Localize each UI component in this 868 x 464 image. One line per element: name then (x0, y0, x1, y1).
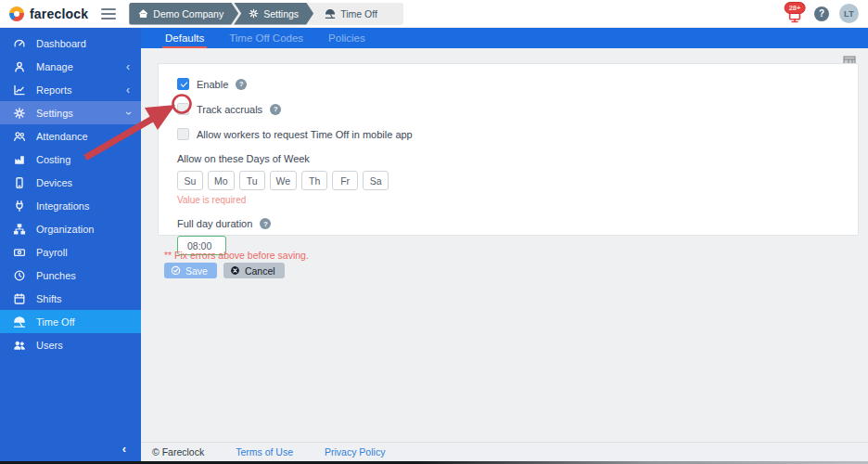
fareclock-logo-text: fareclock (30, 6, 88, 21)
chevron-down-icon: ‹ (122, 111, 134, 115)
full-day-duration-label: Full day duration (177, 218, 252, 229)
question-glyph: ? (274, 105, 278, 113)
save-label: Save (185, 265, 208, 277)
breadcrumb-label: Settings (263, 8, 299, 19)
days-of-week-label: Allow on these Days of Week (177, 153, 839, 164)
sidebar-item-punches[interactable]: Punches (0, 264, 141, 287)
sidebar-item-payroll[interactable]: Payroll (0, 240, 141, 264)
day-button-su[interactable]: Su (177, 171, 203, 190)
gear-icon (13, 107, 26, 120)
breadcrumb-time-off[interactable]: Time Off (313, 3, 392, 25)
full-day-duration-row: Full day duration ? (177, 218, 839, 229)
track-accruals-checkbox[interactable] (177, 103, 189, 115)
track-accruals-help-icon[interactable]: ? (270, 104, 281, 115)
sidebar-item-time-off[interactable]: Time Off (0, 310, 141, 333)
beach-umbrella-icon (13, 316, 26, 329)
tab-label: Defaults (165, 32, 204, 44)
footer-copyright: © Fareclock (152, 446, 204, 458)
fareclock-logo-icon (9, 6, 24, 21)
sidebar: Dashboard Manage ‹ Reports ‹ Settings ‹ … (0, 28, 141, 461)
sidebar-item-label: Attendance (36, 131, 88, 142)
sidebar-item-label: Shifts (36, 293, 62, 304)
sidebar-item-manage[interactable]: Manage ‹ (0, 55, 141, 78)
day-button-tu[interactable]: Tu (239, 171, 265, 190)
sidebar-item-organization[interactable]: Organization (0, 217, 141, 240)
breadcrumb-label: Demo Company (153, 8, 223, 19)
breadcrumb: Demo Company Settings Time Off (129, 3, 403, 25)
tab-label: Policies (328, 32, 365, 44)
sidebar-item-devices[interactable]: Devices (0, 171, 141, 194)
factory-icon (13, 153, 26, 166)
home-icon (138, 8, 148, 19)
sidebar-item-shifts[interactable]: Shifts (0, 287, 141, 310)
privacy-policy-link[interactable]: Privacy Policy (325, 446, 385, 458)
dashboard-icon (13, 37, 26, 50)
fareclock-logo[interactable]: fareclock (9, 6, 88, 21)
plug-icon (13, 200, 26, 213)
sidebar-item-settings[interactable]: Settings ‹ (0, 101, 141, 124)
full-day-duration-help-icon[interactable]: ? (260, 218, 271, 229)
question-glyph: ? (239, 80, 244, 88)
sidebar-item-reports[interactable]: Reports ‹ (0, 78, 141, 101)
sidebar-item-label: Payroll (36, 247, 68, 258)
sidebar-collapse-chevron[interactable]: ‹ (122, 443, 126, 455)
terms-of-use-link[interactable]: Terms of Use (236, 446, 293, 458)
enable-help-icon[interactable]: ? (236, 79, 247, 90)
sidebar-item-label: Organization (36, 224, 94, 235)
breadcrumb-settings[interactable]: Settings (234, 3, 313, 25)
sidebar-item-label: Time Off (36, 316, 75, 328)
day-button-we[interactable]: We (270, 171, 298, 190)
sidebar-item-label: Settings (36, 108, 73, 119)
cancel-button[interactable]: Cancel (223, 263, 285, 278)
enable-checkbox[interactable] (177, 78, 189, 90)
sidebar-item-dashboard[interactable]: Dashboard (0, 32, 141, 55)
form-actions: Save Cancel (164, 263, 285, 278)
tab-label: Time Off Codes (229, 32, 303, 44)
tab-defaults[interactable]: Defaults (165, 32, 204, 48)
track-accruals-row: Track accruals ? (177, 103, 839, 115)
users-icon (13, 339, 26, 352)
sidebar-item-integrations[interactable]: Integrations (0, 194, 141, 217)
day-button-fr[interactable]: Fr (332, 171, 358, 190)
sidebar-item-label: Users (36, 340, 63, 351)
question-glyph: ? (819, 8, 824, 19)
enable-label: Enable (197, 79, 228, 90)
form-error-message: ** Fix errors above before saving. (164, 250, 309, 261)
help-button[interactable]: ? (814, 6, 829, 21)
mobile-request-checkbox[interactable] (177, 128, 189, 140)
chart-icon (13, 84, 26, 97)
sidebar-item-label: Dashboard (36, 38, 86, 49)
main-content: Defaults Time Off Codes Policies Enable … (141, 28, 868, 461)
avatar-initials: LT (844, 9, 854, 19)
question-glyph: ? (263, 220, 268, 228)
sidebar-item-label: Manage (36, 61, 73, 72)
topbar-actions: 28+ ? LT (785, 4, 859, 23)
day-button-sa[interactable]: Sa (363, 171, 389, 190)
whats-new-button[interactable]: 28+ (785, 5, 804, 23)
sidebar-item-costing[interactable]: Costing (0, 148, 141, 171)
days-of-week-error: Value is required (177, 195, 839, 205)
notification-badge: 28+ (785, 2, 806, 14)
user-avatar[interactable]: LT (839, 4, 859, 23)
menu-toggle-icon[interactable] (101, 8, 116, 19)
day-button-th[interactable]: Th (301, 171, 327, 190)
user-icon (13, 60, 26, 73)
tab-policies[interactable]: Policies (328, 32, 365, 48)
tab-time-off-codes[interactable]: Time Off Codes (229, 32, 303, 48)
sidebar-item-label: Punches (36, 270, 76, 281)
tab-bar: Defaults Time Off Codes Policies (141, 28, 868, 48)
breadcrumb-demo-company[interactable]: Demo Company (129, 3, 238, 25)
gear-icon (249, 8, 259, 19)
track-accruals-label: Track accruals (197, 104, 262, 115)
people-icon (13, 130, 26, 143)
breadcrumb-label: Time Off (340, 8, 377, 19)
sidebar-item-attendance[interactable]: Attendance (0, 124, 141, 148)
fareclock-app: fareclock Demo Company Settings Time Off… (0, 0, 868, 464)
day-button-mo[interactable]: Mo (208, 171, 235, 190)
mobile-request-row: Allow workers to request Time Off in mob… (177, 128, 839, 140)
sidebar-item-users[interactable]: Users (0, 333, 141, 356)
save-button[interactable]: Save (164, 263, 217, 278)
footer: © Fareclock Terms of Use Privacy Policy (141, 442, 868, 461)
time-clock-icon (13, 269, 26, 282)
mobile-request-label: Allow workers to request Time Off in mob… (197, 129, 413, 140)
